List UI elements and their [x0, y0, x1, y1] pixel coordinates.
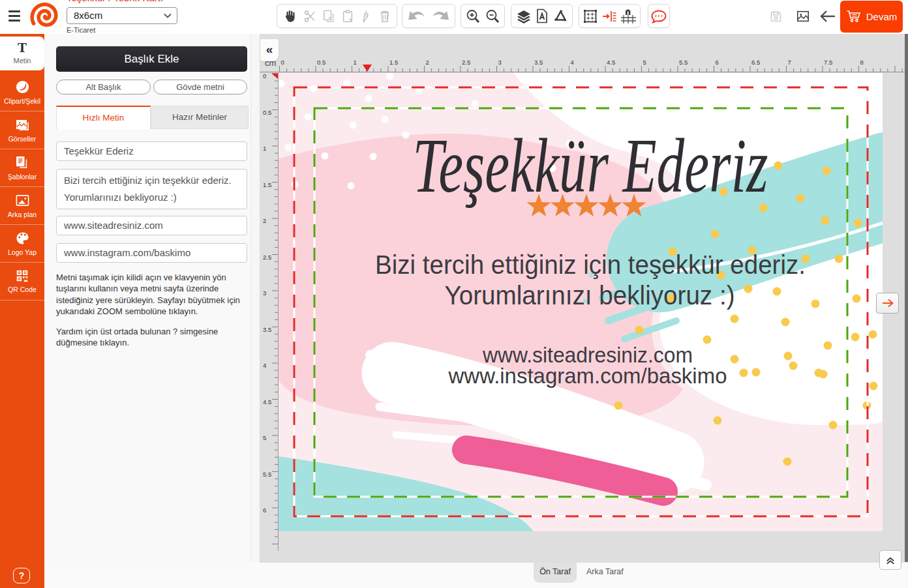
- svg-text:3.5: 3.5: [263, 326, 271, 333]
- svg-text:0: 0: [281, 59, 284, 66]
- svg-text:0.5: 0.5: [263, 109, 271, 116]
- svg-text:1.5: 1.5: [263, 181, 271, 188]
- svg-text:2.5: 2.5: [462, 59, 470, 66]
- svg-text:3: 3: [498, 59, 502, 66]
- svg-text:www.instagram.com/baskimo: www.instagram.com/baskimo: [448, 364, 727, 388]
- svg-text:6: 6: [263, 507, 266, 514]
- svg-text:4.5: 4.5: [607, 59, 615, 66]
- svg-text:6.5: 6.5: [751, 59, 760, 66]
- svg-text:2: 2: [263, 217, 266, 224]
- svg-text:2: 2: [426, 59, 429, 66]
- svg-text:6: 6: [716, 59, 719, 66]
- svg-text:Teşekkür Ederiz: Teşekkür Ederiz: [413, 123, 768, 209]
- svg-text:8: 8: [860, 59, 864, 66]
- svg-text:7: 7: [788, 59, 791, 66]
- svg-text:4: 4: [571, 59, 574, 66]
- svg-text:1.5: 1.5: [389, 59, 398, 66]
- svg-text:5.5: 5.5: [263, 471, 271, 478]
- svg-text:7.5: 7.5: [824, 59, 832, 66]
- svg-text:2.5: 2.5: [263, 254, 271, 261]
- svg-text:3.5: 3.5: [534, 59, 543, 66]
- svg-text:Yorumlarınızı bekliyoruz :): Yorumlarınızı bekliyoruz :): [445, 281, 735, 310]
- svg-text:3: 3: [263, 289, 266, 297]
- svg-text:5: 5: [263, 434, 266, 441]
- svg-text:Bizi tercih ettiğiniz için teş: Bizi tercih ettiğiniz için teşekkür eder…: [375, 250, 806, 279]
- svg-text:5.5: 5.5: [679, 59, 688, 66]
- svg-text:5: 5: [643, 59, 646, 66]
- svg-text:0: 0: [263, 72, 266, 80]
- svg-text:4: 4: [263, 362, 266, 369]
- svg-text:1: 1: [354, 59, 357, 66]
- svg-text:4.5: 4.5: [263, 398, 271, 405]
- svg-text:0.5: 0.5: [317, 59, 325, 66]
- svg-text:1: 1: [263, 145, 266, 152]
